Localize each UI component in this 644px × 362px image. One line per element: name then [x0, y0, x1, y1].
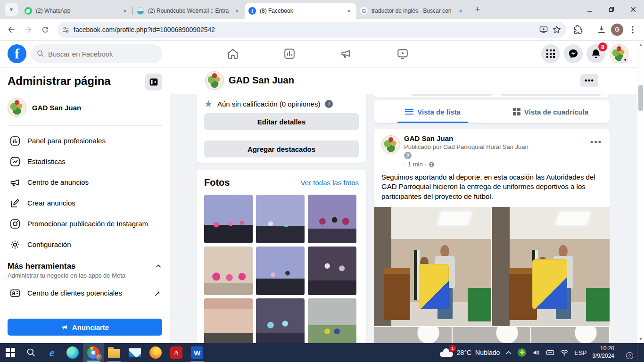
post-photo[interactable]	[531, 327, 609, 343]
photo-thumbnail[interactable]	[308, 247, 356, 295]
tab-close-icon[interactable]: ×	[345, 7, 353, 15]
photo-thumbnail[interactable]	[308, 195, 356, 243]
post-photo[interactable]	[453, 327, 530, 343]
edit-details-button[interactable]: Editar detalles	[204, 113, 359, 130]
post-timestamp[interactable]: · 1 min ·	[404, 161, 427, 168]
wifi-icon[interactable]	[560, 349, 569, 356]
taskbar-firefox[interactable]	[145, 343, 166, 362]
tab-close-icon[interactable]: ×	[457, 7, 464, 15]
add-featured-button[interactable]: Agregar destacados	[204, 140, 359, 157]
touch-keyboard-icon[interactable]	[546, 349, 554, 356]
address-bar[interactable]	[58, 22, 566, 38]
action-center-button[interactable]: 2	[620, 348, 631, 357]
tab-facebook-active[interactable]: f (8) Facebook ×	[245, 3, 356, 19]
tab-roundcube[interactable]: (2) Roundcube Webmail :: Entra ×	[133, 3, 245, 19]
more-tools-section[interactable]: Más herramientas	[8, 262, 162, 271]
nav-home[interactable]	[207, 44, 259, 63]
photo-thumbnail[interactable]	[204, 247, 253, 295]
post-author-avatar[interactable]	[381, 135, 400, 154]
taskbar-file-explorer[interactable]	[104, 343, 124, 362]
tab-whatsapp[interactable]: (2) WhatsApp ×	[21, 3, 132, 19]
grid-menu-icon	[546, 49, 555, 58]
site-settings-icon[interactable]	[62, 26, 70, 33]
photo-thumbnail[interactable]	[256, 298, 305, 343]
back-icon[interactable]	[4, 22, 19, 37]
browser-profile-avatar[interactable]: G	[611, 24, 623, 36]
advertise-button[interactable]: Anunciarte	[8, 319, 162, 336]
question-badge-icon[interactable]: ?	[404, 152, 412, 159]
downloads-icon[interactable]	[594, 22, 609, 37]
url-input[interactable]	[74, 26, 535, 33]
taskbar-word[interactable]: W	[187, 343, 207, 362]
bookmark-star-icon[interactable]	[552, 25, 561, 34]
sidebar-item-create-ads[interactable]: Crear anuncios	[8, 193, 162, 214]
info-icon[interactable]: i	[325, 100, 333, 108]
nav-ad-center[interactable]	[320, 44, 372, 63]
sidebar-item-boost-instagram[interactable]: Promocionar publicación de Instagram	[8, 214, 162, 234]
window-minimize-button[interactable]	[579, 0, 601, 19]
install-app-icon[interactable]	[539, 25, 548, 34]
sidebar-page-row[interactable]: GAD San Juan	[8, 98, 162, 117]
taskbar-mail[interactable]	[124, 343, 145, 362]
show-desktop-strip[interactable]	[637, 343, 639, 362]
volume-icon[interactable]	[532, 349, 540, 356]
collapse-sidebar-button[interactable]	[145, 74, 162, 90]
page-scrollbar[interactable]: ▲ ▼	[637, 41, 644, 343]
post-photo[interactable]	[492, 207, 610, 326]
facebook-search-input[interactable]	[48, 50, 142, 58]
taskbar-chrome-active[interactable]: G	[83, 343, 104, 362]
scroll-up-icon[interactable]: ▲	[637, 41, 644, 48]
language-indicator[interactable]: ESP	[574, 349, 586, 356]
page-avatar[interactable]	[205, 71, 224, 90]
scrollbar-thumb[interactable]	[638, 85, 643, 111]
window-maximize-button[interactable]	[601, 0, 622, 19]
forward-icon[interactable]	[21, 22, 36, 37]
tab-close-icon[interactable]: ×	[233, 7, 241, 15]
sidebar-item-ad-center[interactable]: Centro de anuncios	[8, 172, 162, 193]
reload-icon[interactable]	[38, 22, 53, 37]
new-tab-button[interactable]: +	[471, 3, 484, 16]
menu-grid-button[interactable]	[541, 44, 560, 63]
tab-list-view[interactable]: Vista de lista	[374, 100, 492, 123]
antivirus-tray-icon[interactable]: ✚	[518, 348, 526, 357]
scroll-down-icon[interactable]: ▼	[637, 336, 644, 342]
tray-expand-chevron-icon[interactable]	[505, 350, 512, 355]
post-photo[interactable]	[374, 327, 452, 343]
photo-thumbnail[interactable]	[256, 247, 305, 295]
sidebar-item-settings[interactable]: Configuración	[8, 234, 162, 255]
taskbar-internet-explorer[interactable]: e	[41, 343, 62, 362]
clock[interactable]: 10:20 3/9/2024	[592, 345, 614, 360]
taskbar-edge[interactable]	[62, 343, 83, 362]
post-author-name[interactable]: GAD San Juan	[404, 134, 602, 142]
sidebar-item-statistics[interactable]: Estadísticas	[8, 151, 162, 172]
nav-video[interactable]	[377, 44, 429, 63]
sidebar-item-leads-center[interactable]: Centro de clientes potenciales ↗	[8, 283, 162, 304]
tab-search-chevron-icon[interactable]: ▾	[5, 3, 18, 16]
nav-insights[interactable]	[264, 44, 315, 63]
post-photo[interactable]	[374, 207, 491, 326]
browser-menu-kebab-icon[interactable]	[625, 22, 640, 37]
photo-thumbnail[interactable]	[204, 298, 253, 343]
photo-thumbnail[interactable]	[256, 195, 305, 243]
post-more-options-button[interactable]: •••	[590, 137, 602, 147]
tab-grid-view[interactable]: Vista de cuadrícula	[492, 100, 610, 123]
facebook-logo[interactable]: f	[8, 44, 26, 63]
sidebar-item-professional-dashboard[interactable]: Panel para profesionales	[8, 131, 162, 151]
post-text: Seguimos aportando al deporte, en esta o…	[374, 168, 610, 207]
weather-widget[interactable]: 1 28°C Nublado	[440, 348, 500, 357]
tab-google-search[interactable]: G traductor de inglés - Buscar con ×	[356, 3, 468, 19]
taskbar-search-button[interactable]	[21, 343, 41, 362]
window-close-button[interactable]	[622, 0, 644, 19]
messenger-button[interactable]	[564, 44, 583, 63]
photo-thumbnail[interactable]	[204, 195, 253, 243]
facebook-search[interactable]	[31, 44, 162, 63]
photo-thumbnail[interactable]	[308, 298, 356, 343]
taskbar-acrobat[interactable]: A	[166, 343, 187, 362]
see-all-photos-link[interactable]: Ver todas las fotos	[301, 179, 359, 187]
page-more-options-button[interactable]: •••	[580, 74, 598, 87]
account-avatar[interactable]: ▾	[610, 44, 628, 63]
notifications-button[interactable]: 8	[586, 44, 605, 63]
tab-close-icon[interactable]: ×	[121, 7, 129, 15]
start-button[interactable]	[0, 343, 21, 362]
extensions-icon[interactable]	[571, 22, 586, 37]
